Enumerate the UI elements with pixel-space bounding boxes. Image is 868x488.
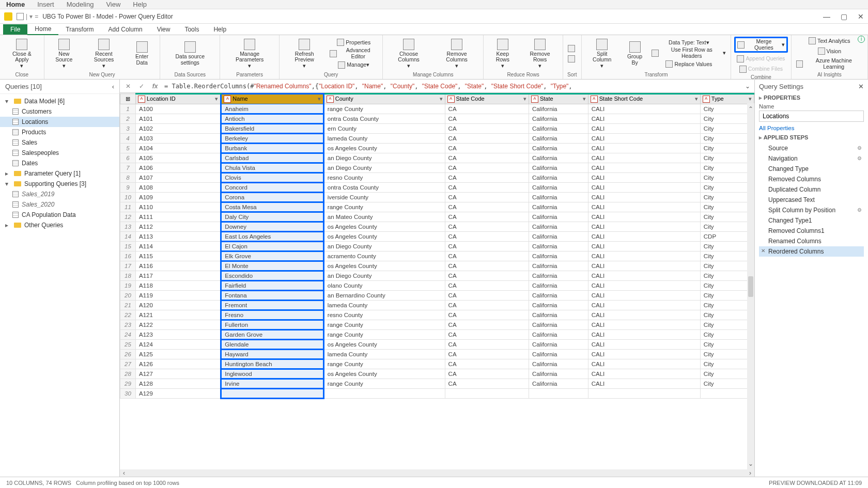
grid-cell[interactable]: CA [445, 114, 529, 124]
grid-cell[interactable]: California [529, 183, 588, 193]
grid-cell[interactable]: acramento County [323, 251, 445, 261]
grid-cell[interactable]: CA [445, 183, 529, 193]
grid-cell[interactable]: A120 [136, 301, 221, 310]
step-removed-columns[interactable]: Removed Columns [759, 174, 864, 184]
grid-cell[interactable]: CALI [588, 359, 700, 369]
grid-cell[interactable]: lameda County [323, 301, 445, 310]
grid-cell[interactable]: CALI [588, 261, 700, 271]
query-locations[interactable]: Locations [0, 117, 119, 127]
formula-cancel-icon[interactable]: ✕ [124, 82, 132, 90]
tab-file[interactable]: File [3, 24, 27, 35]
tab-home[interactable]: Home [27, 24, 58, 35]
grid-cell[interactable]: California [529, 104, 588, 114]
row-index[interactable]: 26 [120, 350, 136, 359]
close-window-button[interactable]: ✕ [858, 12, 864, 21]
row-index[interactable]: 9 [120, 183, 136, 193]
grid-cell[interactable]: CA [445, 173, 529, 183]
grid-cell[interactable]: Escondido [221, 271, 323, 281]
grid-cell[interactable]: CA [445, 340, 529, 350]
grid-cell[interactable]: resno County [323, 310, 445, 320]
grid-cell[interactable]: Burbank [221, 144, 323, 153]
grid-cell[interactable]: os Angeles County [323, 144, 445, 153]
step-renamed-columns[interactable]: Renamed Columns [759, 236, 864, 246]
grid-cell[interactable]: A110 [136, 202, 221, 212]
grid-cell[interactable]: CALI [588, 251, 700, 261]
sort-desc-button[interactable] [566, 55, 578, 63]
grid-cell[interactable]: range County [323, 104, 445, 114]
grid-cell[interactable]: ontra Costa County [323, 114, 445, 124]
grid-cell[interactable]: CALI [588, 340, 700, 350]
grid-cell[interactable]: City [700, 193, 754, 202]
grid-cell[interactable]: CALI [588, 320, 700, 330]
row-index[interactable]: 18 [120, 271, 136, 281]
grid-cell[interactable]: CA [445, 320, 529, 330]
vision-button[interactable]: Vision [795, 47, 864, 55]
grid-cell[interactable]: California [529, 202, 588, 212]
combine-files-button[interactable]: Combine Files [734, 65, 787, 73]
grid-cell[interactable]: CA [445, 291, 529, 301]
grid-cell[interactable]: A121 [136, 310, 221, 320]
grid-corner[interactable]: ⊞ [120, 94, 136, 104]
grid-cell[interactable]: California [529, 281, 588, 291]
grid-cell[interactable]: Downey [221, 222, 323, 232]
new-source-button[interactable]: New Source▾ [48, 37, 81, 71]
grid-cell[interactable]: City [700, 310, 754, 320]
grid-cell[interactable]: A100 [136, 104, 221, 114]
grid-cell[interactable]: Fullerton [221, 320, 323, 330]
grid-cell[interactable]: CA [445, 251, 529, 261]
all-properties-link[interactable]: All Properties [759, 125, 864, 131]
row-index[interactable]: 4 [120, 134, 136, 144]
maximize-button[interactable]: ▢ [841, 12, 847, 21]
grid-cell[interactable]: California [529, 193, 588, 202]
formula-fx-icon[interactable]: fx [151, 82, 159, 90]
grid-cell[interactable]: City [700, 202, 754, 212]
grid-cell[interactable]: California [529, 163, 588, 173]
grid-cell[interactable]: California [529, 369, 588, 379]
grid-cell[interactable]: CALI [588, 242, 700, 251]
grid-cell[interactable]: CALI [588, 301, 700, 310]
grid-cell[interactable]: CA [445, 222, 529, 232]
grid-cell[interactable]: A123 [136, 330, 221, 340]
row-index[interactable]: 28 [120, 369, 136, 379]
grid-cell[interactable]: City [700, 379, 754, 389]
filter-dropdown-icon[interactable]: ▾ [583, 96, 586, 102]
grid-cell[interactable]: City [700, 261, 754, 271]
grid-cell[interactable]: CALI [588, 222, 700, 232]
grid-cell[interactable]: California [529, 242, 588, 251]
grid-cell[interactable]: an Diego County [323, 242, 445, 251]
grid-cell[interactable]: City [700, 163, 754, 173]
keep-rows-button[interactable]: Keep Rows▾ [487, 37, 518, 71]
grid-cell[interactable] [221, 389, 323, 399]
grid-cell[interactable]: CALI [588, 173, 700, 183]
grid-cell[interactable]: California [529, 134, 588, 144]
query-salespeoples[interactable]: Salespeoples [0, 148, 119, 158]
scroll-up-icon[interactable]: ⌃ [748, 105, 753, 113]
grid-cell[interactable]: CA [445, 124, 529, 134]
grid-cell[interactable]: A114 [136, 242, 221, 251]
grid-cell[interactable]: East Los Angeles [221, 232, 323, 242]
grid-cell[interactable]: CA [445, 281, 529, 291]
grid-cell[interactable]: Antioch [221, 114, 323, 124]
column-header-county[interactable]: ACounty▾ [323, 94, 445, 104]
grid-cell[interactable]: CA [445, 379, 529, 389]
grid-cell[interactable]: A101 [136, 114, 221, 124]
queries-collapse-icon[interactable]: ‹ [112, 83, 114, 90]
outer-menu-home[interactable]: Home [6, 1, 25, 8]
azure-ml-button[interactable]: Azure Machine Learning [795, 57, 864, 70]
grid-cell[interactable]: CA [445, 359, 529, 369]
grid-cell[interactable]: City [700, 173, 754, 183]
grid-cell[interactable]: Fresno [221, 310, 323, 320]
grid-cell[interactable]: California [529, 350, 588, 359]
gear-icon[interactable]: ⚙ [857, 207, 862, 213]
tab-help[interactable]: Help [206, 24, 234, 35]
query-sales[interactable]: Sales [0, 137, 119, 148]
query-sales-2019[interactable]: Sales_2019 [0, 189, 119, 199]
grid-cell[interactable]: A116 [136, 261, 221, 271]
step-reordered-columns[interactable]: Reordered Columns [759, 246, 864, 257]
outer-menu-insert[interactable]: Insert [37, 1, 54, 8]
filter-dropdown-icon[interactable]: ▾ [215, 96, 218, 102]
manage-parameters-button[interactable]: Manage Parameters▾ [223, 37, 276, 71]
grid-cell[interactable]: A125 [136, 350, 221, 359]
grid-cell[interactable]: range County [323, 202, 445, 212]
step-uppercased-text[interactable]: Uppercased Text [759, 195, 864, 205]
